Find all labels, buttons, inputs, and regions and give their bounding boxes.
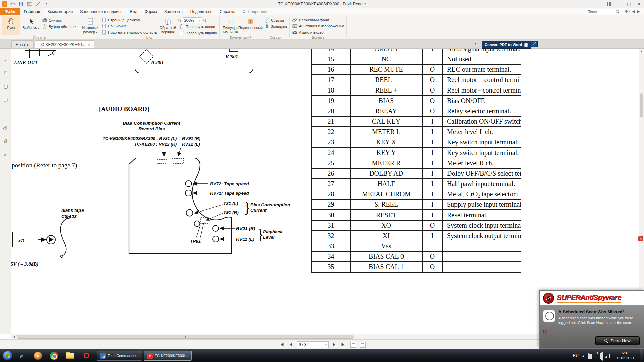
taskbar-button-total-commander[interactable]: Total Commande... (97, 351, 142, 361)
tab-document[interactable]: TC-KE200/KE300/KE40... × (35, 40, 95, 48)
pin-number: 29 (311, 200, 350, 210)
zoom-out-icon[interactable] (178, 19, 182, 22)
group-label: Утилиты (0, 36, 79, 39)
pin-name: XO (350, 221, 422, 231)
hand-tool-button[interactable]: Рука (2, 16, 20, 35)
ribbon-tab[interactable]: Вид (126, 8, 141, 15)
prev-view-icon[interactable]: ◀ (632, 9, 635, 14)
pin-description: System clock input terminal (442, 221, 521, 231)
chrome-icon[interactable] (48, 351, 60, 361)
vertical-scroll-thumb[interactable] (640, 93, 643, 117)
promo-close-button[interactable]: × (638, 236, 643, 241)
fit-width-button[interactable]: По ширине (101, 23, 158, 29)
scan-now-button[interactable]: Scan Now (595, 336, 640, 345)
snapshot-button[interactable]: Снимок (41, 17, 77, 23)
zoom-in-icon[interactable] (203, 19, 207, 22)
ribbon-tab[interactable]: Защитить (161, 8, 186, 15)
attachments-panel-icon[interactable] (3, 125, 9, 131)
rotate-left-button[interactable]: Повернуть влево (178, 24, 218, 29)
pin-name: METER R (350, 158, 422, 169)
attach-file-button[interactable]: Вложенный файл (291, 17, 345, 23)
ribbon-tab[interactable]: Поделиться (186, 8, 216, 15)
table-row: 30 RESET I Reset terminal. (311, 210, 521, 221)
internet-explorer-icon[interactable]: e (16, 351, 28, 361)
close-tab-icon[interactable]: × (88, 43, 90, 47)
security-panel-lock-icon[interactable] (3, 138, 9, 144)
ribbon-tab[interactable]: Комментарий (44, 8, 77, 15)
settings-gear-icon[interactable]: ⚙▾ (625, 9, 630, 14)
taskbar-button-foxit[interactable]: P TC-KE200/KE300/... (144, 351, 192, 361)
typewriter-button[interactable]: TI Пишущая машинка (221, 16, 240, 35)
last-page-button[interactable] (340, 341, 347, 348)
continuous-view-icon[interactable] (360, 342, 366, 348)
rotate-right-button[interactable]: Повернуть вправо (178, 30, 218, 36)
hidden-icons-chevron-icon[interactable]: ▲ (582, 354, 585, 357)
ribbon-tab[interactable]: Справка (216, 8, 239, 15)
explorer-folder-icon[interactable] (64, 351, 76, 361)
network-icon[interactable] (605, 354, 611, 358)
pin-number: 33 (311, 241, 350, 252)
scroll-up-icon[interactable]: ▲ (639, 49, 644, 54)
media-player-icon[interactable]: ▶ (32, 351, 44, 361)
pin-io: I (422, 200, 442, 210)
brush-icon[interactable] (35, 1, 41, 7)
promo-tools-icon[interactable] (531, 41, 538, 47)
mail-icon[interactable] (26, 1, 33, 7)
page-number-box[interactable]: ▾ (297, 341, 329, 348)
tell-me-search[interactable]: Подробнее... (239, 8, 275, 15)
minimize-button[interactable]: – (614, 0, 624, 8)
tab-start[interactable]: Начать (11, 40, 34, 48)
highlight-button[interactable]: T Подсвеченный (241, 16, 260, 35)
battery-icon[interactable] (588, 353, 589, 359)
search-box[interactable] (586, 9, 622, 14)
fit-visible-button[interactable]: Подогнать видимую область (101, 29, 158, 35)
opera-icon[interactable]: O (80, 351, 92, 361)
ui-mode-icon[interactable] (604, 0, 614, 8)
comments-panel-icon[interactable] (3, 98, 9, 104)
print-icon[interactable] (10, 1, 16, 7)
language-indicator[interactable]: RU (573, 353, 578, 358)
horizontal-scroll-thumb[interactable] (17, 335, 354, 339)
pin-number: 25 (311, 158, 350, 169)
ribbon-tab[interactable]: Заполнение и подпись (76, 8, 126, 15)
signature-panel-icon[interactable] (3, 152, 9, 158)
page-thumbnails-icon[interactable] (3, 71, 9, 77)
tab-file[interactable]: Файл (0, 8, 20, 15)
previous-page-button[interactable] (287, 341, 294, 348)
volume-icon[interactable] (600, 352, 603, 361)
tab-list-chevron-icon[interactable]: ▾ (475, 42, 476, 45)
pin-io: I (422, 189, 442, 200)
single-page-view-icon[interactable] (350, 342, 356, 348)
pin-name: DOLBY AD (350, 169, 422, 179)
bookmark-button[interactable]: Закладка (264, 24, 288, 29)
next-page-button[interactable] (331, 341, 338, 348)
select-tool-button[interactable]: Выбрать ▾ (21, 16, 40, 35)
page-number-input[interactable] (299, 342, 322, 347)
search-input[interactable] (587, 10, 616, 14)
qat-customize-chevron-icon[interactable]: ▾ (43, 1, 49, 7)
ribbon-tab[interactable]: Форма (141, 8, 161, 15)
save-icon[interactable] (18, 1, 24, 7)
first-page-button[interactable] (278, 341, 285, 348)
actual-size-button[interactable]: 1:1 Истинный размер ▾ (81, 16, 100, 35)
audio-video-button[interactable]: Аудио и видео (291, 29, 345, 35)
clipboard-button[interactable]: Буфер обмена ▾ (41, 24, 77, 29)
expand-panel-chevron-icon[interactable]: ▸ (3, 57, 9, 63)
start-button[interactable] (3, 351, 13, 361)
clock[interactable]: 6:01 11.02.2021 (614, 351, 636, 361)
scroll-left-icon[interactable]: ◀ (11, 334, 16, 339)
next-view-icon[interactable]: ▶ (637, 9, 640, 14)
bookmarks-panel-icon[interactable] (3, 84, 9, 90)
pin-name: CAL KEY (350, 117, 422, 127)
close-button[interactable]: × (634, 0, 644, 8)
link-button[interactable]: Ссылка (264, 17, 288, 23)
show-desktop-button[interactable] (640, 349, 643, 362)
ribbon-tab[interactable]: Главная (20, 8, 44, 15)
zoom-level-select[interactable]: 200% ▾ (183, 17, 202, 23)
reverse-order-button[interactable]: Обратный порядок (159, 16, 177, 35)
convert-pdf-button[interactable]: Convert PDF to Word W (482, 41, 531, 49)
maximize-button[interactable]: ▢ (624, 0, 634, 8)
image-annotation-button[interactable]: Аннотация к изображению (291, 23, 345, 29)
ic801-label: IC801 (151, 60, 164, 65)
whole-page-button[interactable]: Страница целиком (101, 17, 158, 23)
